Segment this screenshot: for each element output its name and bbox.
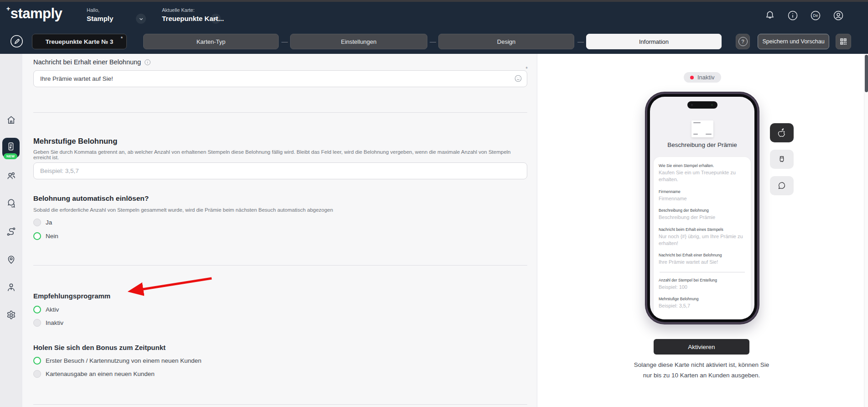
preview-panel: Inaktiv Beschreibung der Prämie Wie Sie … [537,54,864,407]
current-card-chevron-down-icon[interactable] [211,14,221,24]
card-status-badge: Inaktiv [684,72,721,83]
referral-title: Empfehlungsprogramm [33,292,110,300]
preview-field-value: Beschreibung der Prämie [659,214,746,221]
section-divider [33,112,527,113]
sidebar-item-customers[interactable] [6,171,16,181]
page-scrollbar[interactable] [864,54,868,407]
sidebar-item-managers[interactable] [6,282,16,292]
stamply-logo[interactable]: +stamply [6,5,62,22]
radio-referral-inaktiv[interactable]: Inaktiv [33,318,63,328]
card-name-button[interactable]: Treuepunkte Karte № 3 * [32,34,127,49]
save-button-label: Speichern und Vorschau [762,38,824,45]
sidebar-item-home[interactable] [6,115,16,125]
emoji-picker-icon[interactable] [514,74,522,83]
radio-circle[interactable] [33,219,41,226]
left-sidebar: NEW [0,54,22,407]
multilevel-title: Mehrstufige Belohnung [33,137,117,146]
radio-bonus-card-issue[interactable]: Kartenausgabe an einen neuen Kunden [33,369,155,379]
radio-label: Erster Besuch / Kartennutzung von einem … [46,357,201,364]
scrollbar-thumb[interactable] [865,55,868,92]
reward-message-label-row: Nachricht bei Erhalt einer Belohnung [33,58,151,66]
sidebar-item-settings[interactable] [6,310,16,320]
preview-field: Nachricht bei Erhalt einer Belohnung Ihr… [659,253,746,266]
form-content-area: Nachricht bei Erhalt einer Belohnung * M… [22,54,537,407]
step-separator: — [577,38,584,45]
preview-field: Wie Sie einen Stempel erhalten. Kaufen S… [659,163,746,183]
preview-chat-button[interactable] [770,176,794,195]
android-icon [777,154,787,164]
preview-divider [660,272,745,272]
radio-referral-aktiv[interactable]: Aktiv [33,304,59,314]
tab-label: Design [497,38,515,45]
preview-field-value: Kaufen Sie ein um Treuepunkte zu erhalte… [659,169,746,183]
route-icon [6,226,16,237]
preview-field: Firmenname Firmenname [659,189,746,202]
radio-label: Inaktiv [46,319,63,326]
activate-card-button[interactable]: Aktivieren [654,339,749,355]
auto-redeem-title: Belohnung automatisch einlösen? [33,194,149,203]
loyalty-card-icon [6,141,16,151]
notifications-bell-icon[interactable] [764,10,775,21]
step-separator: — [430,38,436,45]
preview-field-value: Beispiel: 100 [659,284,746,291]
preview-fields-panel: Wie Sie einen Stempel erhalten. Kaufen S… [654,157,751,319]
radio-label: Aktiv [46,306,59,313]
sidebar-item-locations[interactable] [6,254,16,265]
help-button[interactable]: ? [736,34,750,49]
dynamic-island [687,101,717,109]
preview-field-value: Beispiel: 3,5,7 [659,303,746,309]
section-divider [33,404,527,405]
qr-code-button[interactable] [836,34,851,49]
reward-message-input[interactable] [33,70,527,87]
window-top-strip [0,0,868,2]
greeting-label: Hallo, [87,7,113,13]
card-thumbnail [691,120,713,137]
tab-design[interactable]: Design [438,34,574,49]
tab-einstellungen[interactable]: Einstellungen [290,34,427,49]
step-separator: — [281,38,288,45]
status-dot-icon [690,76,694,79]
radio-circle-selected[interactable] [33,357,41,365]
multilevel-description: Geben Sie durch Kommata getrennt an, ab … [33,149,527,160]
preview-apple-button[interactable] [770,123,794,142]
user-profile-icon[interactable] [833,10,844,21]
sidebar-item-messages[interactable] [6,198,16,209]
top-navigation-bar: +stamply Hallo, Stamply Aktuelle Karte: … [0,0,868,54]
section-divider [33,265,527,266]
radio-auto-redeem-nein[interactable]: Nein [33,231,58,241]
current-card-label: Aktuelle Karte: [162,7,224,13]
preview-field-value: Nur noch {#} übrig, um Ihre Prämie zu er… [659,233,746,247]
preview-android-button[interactable] [770,150,794,169]
logo-plus-mark: + [6,5,10,12]
language-selector-icon[interactable]: De [810,10,821,21]
radio-label: Kartenausgabe an einen neuen Kunden [46,370,155,377]
save-and-preview-button[interactable]: Speichern und Vorschau [758,34,829,49]
tab-karten-typ[interactable]: Karten-Typ [143,34,279,49]
reward-message-field-wrap: * [33,70,527,87]
home-icon [6,115,16,125]
radio-label: Nein [46,233,58,240]
language-badge: De [810,10,821,21]
edit-card-name-icon[interactable] [10,35,23,48]
preview-field-label: Nachricht beim Erhalt eines Stempels [659,227,746,232]
radio-circle-selected[interactable] [33,232,41,240]
required-marker: * [525,66,528,72]
apple-icon [777,128,787,138]
field-info-icon[interactable] [144,59,151,66]
radio-auto-redeem-ja[interactable]: Ja [33,217,52,227]
preview-field: Nachricht beim Erhalt eines Stempels Nur… [659,227,746,247]
radio-bonus-first-visit[interactable]: Erster Besuch / Kartennutzung von einem … [33,355,201,365]
account-chevron-down-icon[interactable] [136,14,146,24]
sidebar-item-integrations[interactable] [6,226,16,237]
logo-text: stamply [10,5,62,21]
preview-field-label: Beschreibung der Belohnung [659,208,746,213]
info-icon[interactable] [787,10,798,21]
radio-circle-selected[interactable] [33,306,41,313]
tab-information[interactable]: Information [586,34,722,49]
phone-screen: Beschreibung der Prämie Wie Sie einen St… [650,97,754,319]
radio-circle[interactable] [33,319,41,327]
status-text: Inaktiv [697,74,715,81]
radio-circle[interactable] [33,370,41,378]
account-greeting[interactable]: Hallo, Stamply [87,7,113,22]
multilevel-input[interactable] [33,162,527,179]
